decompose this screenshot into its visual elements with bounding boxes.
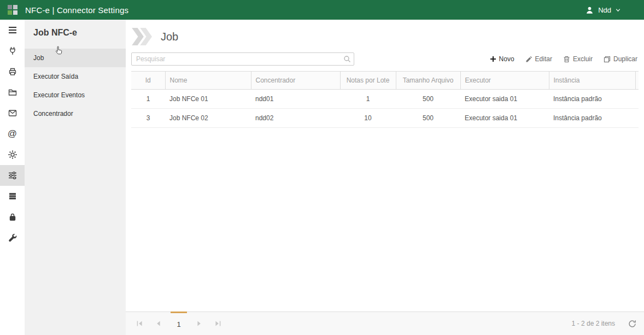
cell-instancia: Instância padrão [549, 90, 635, 109]
excluir-button[interactable]: Excluir [563, 55, 593, 63]
sidebar-item-concentrador[interactable]: Concentrador [25, 104, 126, 123]
table-row[interactable]: 3 Job NFCe 02 ndd02 10 500 Executor said… [131, 109, 639, 128]
pager-page-button[interactable]: 1 [171, 312, 187, 335]
cell-filler [635, 90, 639, 109]
cell-concentrador: ndd02 [251, 109, 340, 128]
topbar: NFC-e | Connector Settings Ndd [0, 0, 644, 20]
duplicate-icon [604, 56, 611, 63]
sliders-icon[interactable] [0, 165, 25, 186]
sidebar-title: Job NFC-e [25, 20, 126, 49]
cell-executor: Executor saida 01 [460, 109, 549, 128]
pager-next-button[interactable] [192, 316, 206, 331]
refresh-icon [628, 320, 636, 328]
icon-rail: @ [0, 20, 25, 335]
sidebar-item-executor-saida[interactable]: Executor Saída [25, 67, 126, 86]
first-page-icon [136, 320, 143, 327]
mail-icon[interactable] [0, 103, 25, 124]
pager-last-button[interactable] [211, 316, 225, 331]
table-header-row: Id Nome Concentrador Notas por Lote Tama… [131, 72, 639, 90]
cell-notas-por-lote: 10 [340, 109, 396, 128]
app-logo [8, 5, 17, 15]
plus-icon [490, 56, 496, 62]
sidebar-item-executor-eventos[interactable]: Executor Eventos [25, 86, 126, 104]
printer-icon[interactable] [0, 61, 25, 82]
trash-icon [563, 56, 570, 63]
next-page-icon [196, 320, 202, 327]
folder-icon[interactable] [0, 82, 25, 103]
cell-concentrador: ndd01 [251, 90, 340, 109]
column-header-notas-por-lote[interactable]: Notas por Lote [340, 72, 396, 90]
lock-icon[interactable] [0, 207, 25, 227]
controls-row: Novo Editar Excluir [126, 49, 644, 66]
column-header-filler [635, 72, 639, 90]
last-page-icon [215, 320, 221, 327]
cell-executor: Executor saida 01 [460, 90, 549, 109]
sidebar: Job NFC-e Job Executor Saída Executor Ev… [25, 20, 126, 335]
grid-empty-area [126, 128, 644, 312]
prev-page-icon [155, 320, 162, 327]
app-title: NFC-e | Connector Settings [25, 5, 128, 15]
refresh-button[interactable] [628, 320, 636, 328]
pager-info: 1 - 2 de 2 itens [572, 320, 615, 327]
column-header-executor[interactable]: Executor [460, 72, 549, 90]
pager-prev-button[interactable] [151, 316, 166, 331]
cell-id: 1 [131, 90, 165, 109]
user-icon [585, 5, 594, 15]
search-box [131, 52, 354, 66]
user-name: Ndd [598, 6, 611, 14]
page-header: Job [126, 20, 644, 49]
table-row[interactable]: 1 Job NFCe 01 ndd01 1 500 Executor saida… [131, 90, 639, 109]
cell-nome: Job NFCe 02 [165, 109, 251, 128]
main-content: Job Novo [126, 20, 644, 335]
cell-tamanho-arquivo: 500 [396, 109, 460, 128]
user-menu[interactable]: Ndd [585, 5, 621, 15]
column-header-nome[interactable]: Nome [165, 72, 251, 90]
at-icon[interactable]: @ [0, 124, 25, 144]
cell-filler [635, 109, 639, 128]
cell-tamanho-arquivo: 500 [396, 90, 460, 109]
column-header-instancia[interactable]: Instância [549, 72, 635, 90]
cell-notas-por-lote: 1 [340, 90, 396, 109]
pager: 1 1 - 2 de 2 itens [126, 312, 644, 335]
cell-id: 3 [131, 109, 165, 128]
gear-icon[interactable] [0, 144, 25, 165]
page-header-chevrons-icon [131, 27, 154, 46]
wrench-icon[interactable] [0, 227, 25, 248]
duplicar-button[interactable]: Duplicar [604, 55, 637, 63]
cell-nome: Job NFCe 01 [165, 90, 251, 109]
search-input[interactable] [131, 52, 354, 66]
column-header-tamanho-arquivo[interactable]: Tamanho Arquivo [396, 72, 460, 90]
edit-icon [525, 56, 532, 63]
column-header-id[interactable]: Id [131, 72, 165, 90]
menu-icon[interactable] [0, 20, 25, 40]
column-header-concentrador[interactable]: Concentrador [251, 72, 340, 90]
app-window: NFC-e | Connector Settings Ndd [0, 0, 644, 335]
sidebar-item-job[interactable]: Job [25, 49, 126, 67]
toolbar: Novo Editar Excluir [490, 55, 637, 63]
page-title: Job [161, 31, 178, 43]
chevron-down-icon [615, 7, 621, 13]
novo-button[interactable]: Novo [490, 55, 514, 63]
pager-first-button[interactable] [132, 316, 147, 331]
data-grid: Id Nome Concentrador Notas por Lote Tama… [131, 71, 644, 128]
stack-icon[interactable] [0, 186, 25, 207]
search-icon[interactable] [343, 55, 351, 63]
plug-icon[interactable] [0, 40, 25, 61]
editar-button[interactable]: Editar [525, 55, 552, 63]
cell-instancia: Instância padrão [549, 109, 635, 128]
